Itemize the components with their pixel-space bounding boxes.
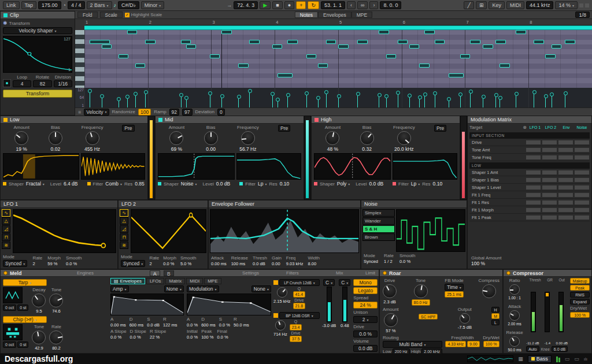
- lfo-wave-icon[interactable]: ◿: [120, 225, 128, 233]
- roar-drive-knob[interactable]: Drive2.3 dB: [383, 278, 397, 304]
- semitone-box[interactable]: 0 st: [17, 304, 28, 311]
- play-button[interactable]: ▶: [260, 1, 271, 9]
- midi-note[interactable]: [449, 73, 464, 77]
- band-h-button[interactable]: H: [491, 307, 500, 313]
- param[interactable]: S0.0 %: [219, 317, 230, 328]
- link-button[interactable]: Link: [3, 1, 20, 9]
- param[interactable]: R122 ms: [163, 317, 177, 328]
- matrix-cell[interactable]: [574, 192, 590, 198]
- envelope-follower-display[interactable]: [210, 209, 359, 253]
- param[interactable]: D Slope0.0 %: [130, 329, 146, 340]
- highlight-scale-toggle[interactable]: ✓ Highlight Scale: [125, 12, 162, 17]
- transform-apply-button[interactable]: Transform: [3, 90, 72, 98]
- midi-note[interactable]: [249, 40, 260, 44]
- midi-note[interactable]: [424, 30, 435, 34]
- param[interactable]: A Slope0.0 %: [110, 329, 127, 340]
- grid-division-selector[interactable]: 1/8: [575, 12, 590, 18]
- midi-note[interactable]: [516, 30, 526, 34]
- velocity-shaper-graph[interactable]: 127 1: [3, 36, 72, 73]
- volume-b-value[interactable]: 0.48: [341, 323, 349, 328]
- envelope-lane-select[interactable]: Velocity: [84, 109, 109, 116]
- loop-bar[interactable]: [84, 25, 592, 30]
- matrix-cell[interactable]: [542, 177, 557, 183]
- velocity-marker[interactable]: [460, 94, 461, 107]
- amount-knob[interactable]: Amount69 %: [169, 125, 185, 152]
- filter-type-select[interactable]: Lp: [258, 181, 267, 187]
- key-map-button[interactable]: Key: [489, 1, 505, 9]
- filter-power-toggle[interactable]: [87, 182, 91, 185]
- roar-output-knob[interactable]: Output-7.5 dB: [458, 307, 472, 330]
- filter-2-icon[interactable]: [273, 313, 278, 318]
- transpose-a[interactable]: C: [323, 279, 335, 286]
- matrix-cell[interactable]: [558, 155, 574, 160]
- midi-note[interactable]: [287, 40, 298, 44]
- midi-note[interactable]: [379, 30, 389, 34]
- threshold-meter[interactable]: [531, 292, 536, 332]
- frequency-knob[interactable]: Frequency56.7 Hz: [237, 125, 259, 152]
- midi-note[interactable]: [565, 40, 575, 44]
- filter-power-toggle[interactable]: [393, 182, 396, 185]
- param[interactable]: Freq9.03 kHz: [286, 255, 304, 266]
- loop-toggle[interactable]: ∞: [357, 1, 368, 9]
- amp-env-select[interactable]: Amp: [110, 285, 129, 292]
- matrix-cell[interactable]: [526, 177, 541, 183]
- matrix-cell[interactable]: [542, 170, 557, 175]
- midi-map-button[interactable]: MIDI: [506, 1, 524, 9]
- matrix-cell[interactable]: [558, 200, 574, 205]
- lfo-wave-icon[interactable]: △: [120, 217, 128, 225]
- punch-in-button[interactable]: ‹: [347, 1, 356, 9]
- lfo2-morph[interactable]: 0.0 %: [163, 261, 174, 266]
- ratio-knob[interactable]: Ratio1.00 : 1: [508, 278, 521, 300]
- param[interactable]: Final0.0 %: [217, 329, 228, 340]
- velocity-marker[interactable]: [483, 96, 483, 107]
- loop-length-field[interactable]: 8. 0. 0: [380, 1, 401, 9]
- velocity-marker[interactable]: [357, 94, 358, 107]
- filter-2-type-select[interactable]: BP 12dB OSR: [279, 312, 320, 319]
- ramp-start-value[interactable]: 92: [169, 109, 179, 116]
- velocity-marker[interactable]: [495, 95, 496, 107]
- matrix-cell[interactable]: [526, 185, 541, 190]
- band-m-button[interactable]: M: [491, 313, 500, 319]
- velocity-marker[interactable]: [435, 93, 435, 107]
- lanes-icon[interactable]: ≡: [78, 109, 81, 115]
- midi-note[interactable]: [326, 40, 336, 44]
- scale-button[interactable]: Scale: [100, 12, 123, 18]
- matrix-cell[interactable]: [526, 140, 541, 145]
- lfo1-display[interactable]: [13, 209, 116, 253]
- filter-2-drive[interactable]: 37.5: [290, 336, 302, 342]
- makeup-button[interactable]: Makeup: [570, 278, 590, 284]
- roar-tone-knob[interactable]: Tone80.0 Hz: [412, 278, 430, 306]
- matrix-cell[interactable]: [542, 140, 557, 145]
- track-chip[interactable]: Bass: [528, 355, 552, 363]
- division-value[interactable]: 1/16: [54, 80, 72, 87]
- beat-ruler[interactable]: 12345678: [84, 19, 592, 25]
- roar-amount-knob[interactable]: Amount57 %: [383, 307, 399, 333]
- midi-overdub-button[interactable]: +: [296, 1, 306, 9]
- roar-filter-freq[interactable]: 4.33 kHz: [445, 341, 466, 347]
- roar-filter-width[interactable]: 9.00: [467, 341, 480, 347]
- lfo2-mode-select[interactable]: Synced: [121, 260, 145, 267]
- lfo2-smooth[interactable]: 5.0 %: [180, 261, 191, 266]
- lfo1-smooth[interactable]: 0.0 %: [66, 261, 77, 266]
- roar-drywet-value[interactable]: 100 %: [483, 341, 500, 347]
- velocity-marker[interactable]: [287, 95, 288, 107]
- fb-time-value[interactable]: 25.1 ms: [445, 291, 464, 298]
- release-knob[interactable]: Release50.0 ms: [506, 330, 523, 352]
- velocity-marker[interactable]: [127, 96, 128, 107]
- shaper-power-toggle[interactable]: [3, 182, 6, 185]
- noise-type-option[interactable]: Simplex: [362, 209, 395, 217]
- lfo1-rate[interactable]: 2: [32, 261, 35, 266]
- midi-note[interactable]: [338, 44, 349, 49]
- pre-button[interactable]: Pre: [278, 125, 290, 132]
- lfo-wave-icon[interactable]: ◿: [2, 225, 10, 233]
- res-value[interactable]: 0.10: [433, 181, 443, 187]
- amp-mod-target[interactable]: None: [164, 285, 184, 292]
- keyboard-icon[interactable]: ▭: [565, 356, 570, 362]
- velocity-marker[interactable]: [326, 92, 327, 107]
- thresh-value[interactable]: -11.2 dB: [526, 341, 539, 345]
- midi-note[interactable]: [545, 54, 556, 58]
- mono-button[interactable]: Mono: [353, 279, 378, 286]
- tab-envelopes[interactable]: Envelopes: [318, 12, 352, 18]
- tab-midi[interactable]: MIDI: [186, 278, 203, 284]
- midi-note[interactable]: [278, 73, 293, 77]
